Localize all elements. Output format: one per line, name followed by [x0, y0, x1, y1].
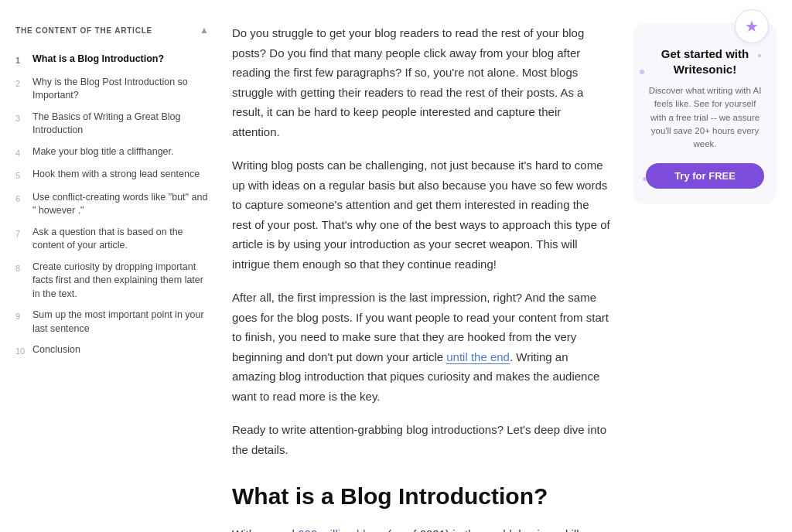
try-for-free-button[interactable]: Try for FREE [646, 163, 764, 189]
intro-paragraph: Writing blog posts can be challenging, n… [232, 155, 610, 274]
card-title: Get started with Writesonic! [646, 46, 764, 77]
toc-text: Create curiosity by dropping important f… [32, 261, 209, 302]
toc-item[interactable]: 5Hook them with a strong lead sentence [15, 164, 209, 187]
star-badge-icon: ★ [735, 9, 769, 43]
section-heading: What is a Blog Introduction? [232, 483, 610, 510]
toc-text: Conclusion [32, 343, 209, 357]
table-of-contents: THE CONTENT OF THE ARTICLE ▲ 1What is a … [15, 23, 209, 532]
sparkle-decoration [640, 70, 644, 74]
toc-item[interactable]: 3The Basics of Writing a Great Blog Intr… [15, 107, 209, 142]
sidebar-header: THE CONTENT OF THE ARTICLE ▲ [15, 23, 209, 38]
toc-number: 5 [15, 168, 26, 183]
sidebar-title: THE CONTENT OF THE ARTICLE [15, 25, 152, 37]
main-content: Do you struggle to get your blog readers… [232, 23, 610, 532]
600-million-blogs-link[interactable]: 600 million blogs [298, 527, 384, 532]
toc-text: Use conflict-creating words like "but" a… [32, 191, 209, 218]
intro-paragraph: Do you struggle to get your blog readers… [232, 23, 610, 142]
writesonic-card: ★ Get started with Writesonic! Discover … [633, 23, 777, 204]
sparkle-decoration [758, 54, 761, 57]
toc-number: 4 [15, 145, 26, 161]
card-description: Discover what writing with AI feels like… [646, 84, 764, 151]
toc-text: The Basics of Writing a Great Blog Intro… [32, 111, 209, 138]
toc-text: Hook them with a strong lead sentence [32, 168, 209, 182]
toc-number: 2 [15, 76, 26, 91]
chevron-up-icon[interactable]: ▲ [200, 23, 209, 38]
right-panel: ★ Get started with Writesonic! Discover … [633, 23, 777, 532]
toc-list: 1What is a Blog Introduction?2Why is the… [15, 49, 209, 363]
until-the-end-link[interactable]: until the end [446, 350, 510, 364]
toc-item[interactable]: 1What is a Blog Introduction? [15, 49, 209, 72]
toc-item[interactable]: 8Create curiosity by dropping important … [15, 257, 209, 305]
toc-text: Sum up the most important point in your … [32, 309, 209, 336]
toc-text: Make your blog title a cliffhanger. [32, 145, 209, 159]
toc-number: 6 [15, 191, 26, 206]
toc-number: 8 [15, 261, 26, 276]
toc-item[interactable]: 9Sum up the most important point in your… [15, 305, 209, 339]
toc-item[interactable]: 2Why is the Blog Post Introduction so Im… [15, 72, 209, 107]
intro-paragraphs: Do you struggle to get your blog readers… [232, 23, 610, 459]
intro-paragraph: After all, the first impression is the l… [232, 288, 610, 406]
toc-item[interactable]: 7Ask a question that is based on the con… [15, 222, 209, 257]
toc-item[interactable]: 6Use conflict-creating words like "but" … [15, 187, 209, 222]
toc-text: Why is the Blog Post Introduction so Imp… [32, 76, 209, 103]
toc-number: 3 [15, 111, 26, 126]
intro-paragraph: Ready to write attention-grabbing blog i… [232, 420, 610, 459]
toc-number: 9 [15, 309, 26, 324]
toc-text: Ask a question that is based on the cont… [32, 226, 209, 253]
body-paragraph: With around 600 million blogs (as of 202… [232, 524, 610, 532]
toc-item[interactable]: 4Make your blog title a cliffhanger. [15, 142, 209, 165]
body-paragraphs: With around 600 million blogs (as of 202… [232, 524, 610, 532]
toc-text: What is a Blog Introduction? [32, 53, 209, 66]
toc-number: 7 [15, 226, 26, 241]
toc-number: 1 [15, 53, 26, 68]
toc-number: 10 [15, 343, 26, 359]
toc-item[interactable]: 10Conclusion [15, 339, 209, 363]
